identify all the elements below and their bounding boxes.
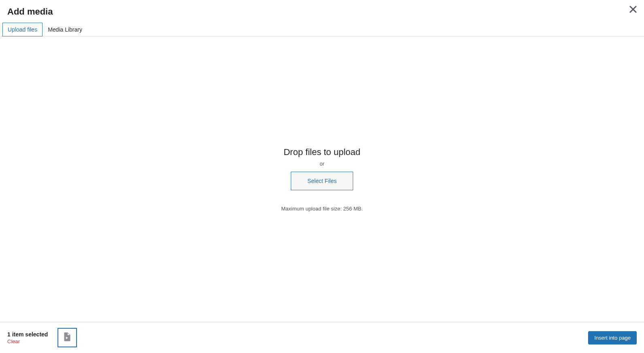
selected-count-text: 1 item selected [7, 331, 48, 338]
video-file-icon [62, 332, 73, 344]
upload-heading: Drop files to upload [284, 147, 360, 157]
upload-or-text: or [320, 161, 324, 167]
footer-left: 1 item selected Clear [7, 328, 77, 347]
modal-header: Add media [0, 0, 644, 17]
selected-thumbnail[interactable] [58, 328, 77, 347]
insert-into-page-button[interactable]: Insert into page [588, 331, 637, 344]
max-upload-size-text: Maximum upload file size: 256 MB. [281, 206, 363, 212]
modal-title: Add media [7, 6, 637, 17]
tab-media-library[interactable]: Media Library [43, 23, 87, 36]
select-files-button[interactable]: Select Files [291, 172, 353, 190]
clear-selection-link[interactable]: Clear [7, 338, 48, 344]
selection-info: 1 item selected Clear [7, 331, 48, 344]
tab-upload-files[interactable]: Upload files [2, 23, 43, 36]
tabs: Upload files Media Library [0, 17, 644, 36]
upload-dropzone[interactable]: Drop files to upload or Select Files Max… [0, 36, 644, 322]
modal-footer: 1 item selected Clear Insert into page [0, 322, 644, 353]
close-icon[interactable] [629, 6, 637, 15]
